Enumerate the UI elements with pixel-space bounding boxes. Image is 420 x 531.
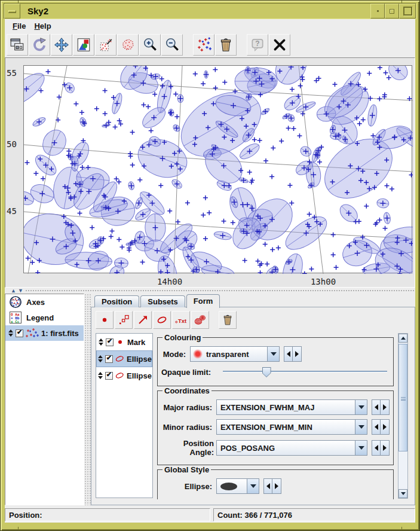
add-vector-form-button[interactable] — [134, 311, 152, 329]
svg-text:x Cc: x Cc — [11, 319, 20, 324]
combo-arrow-button[interactable] — [267, 347, 279, 361]
menu-file[interactable]: File — [8, 20, 30, 32]
prev-button[interactable] — [284, 346, 293, 362]
pan-resize-button[interactable] — [51, 34, 72, 56]
scale-slider[interactable] — [216, 498, 390, 499]
chevron-down-icon — [271, 352, 277, 356]
major-radius-value: EXTENSION_FWHM_MAJ — [217, 403, 355, 412]
opaque-limit-slider[interactable] — [223, 366, 390, 378]
count-readout: Count: 366 / 771,076 — [213, 508, 415, 521]
prev-button[interactable] — [263, 478, 272, 494]
triangle-left-icon — [287, 351, 290, 357]
minimize-icon — [390, 9, 394, 14]
axes-globe-icon — [9, 295, 22, 309]
prev-button[interactable] — [372, 399, 381, 415]
combo-arrow-button[interactable] — [355, 420, 367, 434]
tab-subsets[interactable]: Subsets — [140, 295, 185, 307]
form-layer-row-ellipse-1[interactable]: Ellipse — [96, 350, 152, 367]
major-radius-combobox[interactable]: EXTENSION_FWHM_MAJ — [216, 399, 367, 415]
combo-arrow-button[interactable] — [355, 400, 367, 414]
sky-plot-canvas[interactable] — [23, 65, 412, 273]
ellipse-style-combobox[interactable] — [216, 478, 259, 494]
tab-form[interactable]: Form — [186, 294, 220, 308]
blob-region-button[interactable] — [117, 34, 139, 56]
delete-form-button[interactable] — [219, 311, 237, 329]
group-title: Colouring — [163, 333, 203, 342]
mode-combobox[interactable]: transparent — [190, 346, 280, 362]
tab-position[interactable]: Position — [94, 295, 139, 307]
combo-arrow-button[interactable] — [355, 441, 367, 455]
add-points-layer-button[interactable] — [193, 34, 214, 56]
drag-handle-icon[interactable] — [8, 329, 14, 337]
replot-button[interactable] — [29, 34, 50, 56]
zoom-in-button[interactable] — [139, 34, 161, 56]
window-menu-button[interactable] — [4, 4, 20, 19]
position-readout: Position: — [5, 508, 210, 521]
drag-handle-icon[interactable] — [98, 355, 103, 362]
drag-handle-icon[interactable] — [98, 372, 103, 379]
layer-visible-checkbox[interactable] — [16, 329, 23, 337]
form-visible-checkbox[interactable] — [105, 355, 113, 363]
maximize-button[interactable] — [399, 4, 416, 19]
export-window-button[interactable] — [7, 34, 28, 56]
remove-layer-button[interactable] — [215, 34, 237, 56]
add-contour-form-button[interactable] — [191, 311, 209, 329]
next-button[interactable] — [272, 478, 281, 494]
add-label-form-button[interactable]: Txt — [172, 311, 190, 329]
export-image-icon — [76, 37, 91, 53]
chevron-down-icon — [358, 446, 364, 450]
next-button[interactable] — [293, 346, 302, 362]
slider-thumb[interactable] — [262, 367, 271, 377]
splitter-collapse-up-icon[interactable]: ▲ — [11, 288, 16, 294]
form-visible-checkbox[interactable] — [106, 338, 114, 346]
blowup-region-button[interactable] — [95, 34, 117, 56]
position-angle-combobox[interactable]: POS_POSANG — [216, 440, 367, 456]
vertical-divider[interactable] — [84, 294, 91, 505]
menu-help[interactable]: Help — [30, 20, 55, 32]
tree-item-table-layer[interactable]: 1: first.fits — [5, 325, 84, 341]
form-scrollbar[interactable] — [398, 333, 408, 499]
scroll-down-button[interactable] — [398, 489, 407, 498]
add-ellipse-form-button[interactable] — [153, 311, 171, 329]
help-button[interactable]: ? — [247, 34, 268, 56]
title-bar[interactable]: Sky2 — [4, 3, 416, 19]
horizontal-splitter[interactable]: ▲ ▼ — [5, 288, 415, 294]
next-button[interactable] — [381, 419, 390, 435]
tree-item-legend[interactable]: O Aa + Bb x Cc Legend — [5, 310, 84, 325]
window-icon — [10, 37, 25, 53]
next-button[interactable] — [381, 440, 390, 456]
prev-button[interactable] — [372, 419, 381, 435]
window-dot-button[interactable] — [370, 4, 385, 19]
form-layer-row-ellipse-2[interactable]: Ellipse — [96, 367, 152, 384]
tree-item-label: Legend — [26, 313, 54, 322]
mode-label: Mode: — [161, 350, 190, 359]
tab-strip: Position Subsets Form — [94, 294, 221, 307]
form-layer-row-mark[interactable]: Mark — [96, 334, 152, 350]
minor-radius-combobox[interactable]: EXTENSION_FWHM_MIN — [216, 419, 367, 435]
triangle-down-icon — [401, 492, 406, 495]
group-title: Global Style — [163, 465, 211, 474]
scrollbar-thumb[interactable] — [398, 344, 407, 451]
zoom-out-button[interactable] — [161, 34, 183, 56]
tree-item-axes[interactable]: Axes — [5, 294, 84, 310]
app-window: Sky2 File Help — [0, 0, 420, 531]
minor-radius-value: EXTENSION_FWHM_MIN — [217, 423, 355, 432]
combo-arrow-button[interactable] — [247, 479, 259, 493]
minimize-button[interactable] — [385, 4, 399, 19]
export-image-button[interactable] — [73, 34, 94, 56]
add-size-form-button[interactable] — [115, 311, 133, 329]
main-toolbar: ? — [5, 32, 415, 57]
scroll-up-button[interactable] — [398, 334, 407, 343]
form-config-scrollpane: Colouring Mode: transparent — [155, 333, 396, 499]
form-visible-checkbox[interactable] — [105, 372, 113, 380]
next-button[interactable] — [381, 399, 390, 415]
svg-text:Txt: Txt — [178, 318, 187, 324]
splitter-collapse-down-icon[interactable]: ▼ — [18, 288, 23, 294]
global-style-group: Global Style Ellipse: — [157, 469, 394, 499]
close-window-button[interactable] — [269, 34, 290, 56]
add-mark-form-button[interactable] — [96, 311, 114, 329]
prev-button[interactable] — [372, 440, 381, 456]
mark-dot-icon — [115, 337, 125, 347]
y-axis-tick-label: 55 — [7, 68, 22, 78]
drag-handle-icon[interactable] — [98, 338, 104, 346]
